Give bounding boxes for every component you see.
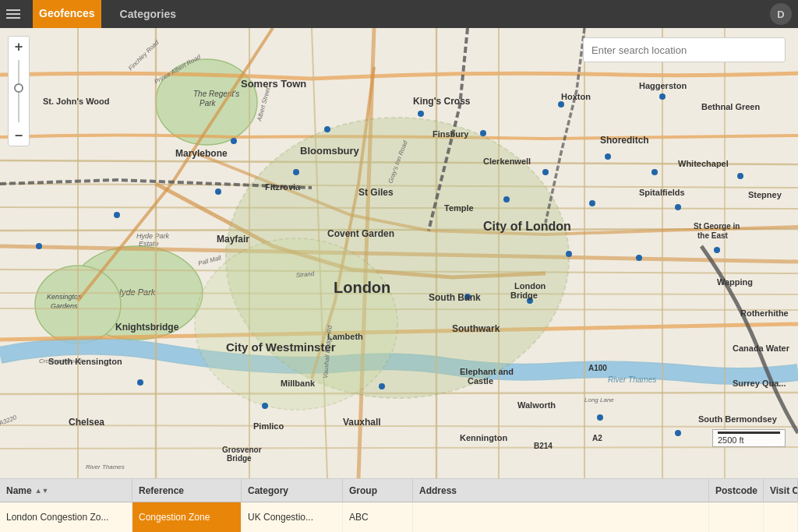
- svg-point-60: [379, 383, 385, 389]
- svg-text:Marylebone: Marylebone: [175, 148, 228, 159]
- zoom-in-button[interactable]: +: [8, 37, 30, 57]
- svg-text:St Giles: St Giles: [358, 187, 394, 198]
- svg-text:Kennington: Kennington: [460, 433, 507, 442]
- svg-text:St George in: St George in: [694, 222, 740, 231]
- bottom-table: Name ▲▼ Reference Category Group Address…: [0, 478, 798, 532]
- svg-text:Hyde Park: Hyde Park: [115, 287, 156, 297]
- svg-text:A100: A100: [588, 364, 607, 372]
- td-visit-co: [764, 502, 798, 533]
- td-name: London Congestion Zo...: [0, 502, 132, 533]
- zoom-controls: + −: [8, 36, 30, 146]
- td-category: UK Congestio...: [242, 502, 343, 533]
- td-group: ABC: [343, 502, 413, 533]
- svg-text:Surrey Qua...: Surrey Qua...: [733, 379, 786, 388]
- sort-icon-name: ▲▼: [35, 487, 49, 495]
- svg-point-49: [714, 247, 720, 253]
- svg-text:Bloomsbury: Bloomsbury: [300, 145, 360, 157]
- map-container[interactable]: The Regent's Park Hyde Park Kensington G…: [0, 28, 798, 478]
- svg-point-56: [114, 212, 120, 218]
- map-svg: The Regent's Park Hyde Park Kensington G…: [0, 28, 798, 478]
- svg-text:the East: the East: [697, 231, 729, 240]
- table-body: London Congestion Zo... Congestion Zone …: [0, 502, 798, 532]
- svg-text:Bridge: Bridge: [510, 291, 538, 300]
- tab-categories[interactable]: Categories: [114, 0, 182, 28]
- svg-text:Cromwell Road: Cromwell Road: [39, 358, 82, 365]
- col-header-postcode[interactable]: Postcode: [709, 479, 764, 502]
- svg-text:Chelsea: Chelsea: [69, 417, 104, 428]
- zoom-out-button[interactable]: −: [8, 125, 30, 146]
- svg-text:Spitalfields: Spitalfields: [639, 188, 685, 197]
- svg-point-42: [651, 169, 658, 175]
- svg-text:South Bank: South Bank: [429, 292, 481, 303]
- svg-point-39: [659, 93, 666, 100]
- svg-point-41: [542, 169, 549, 175]
- svg-text:Bethnal Green: Bethnal Green: [701, 102, 760, 111]
- tab-geofences[interactable]: Geofences: [33, 0, 101, 28]
- svg-text:Castle: Castle: [468, 376, 493, 386]
- svg-text:Kensington: Kensington: [47, 293, 82, 301]
- svg-text:Vauxhall: Vauxhall: [343, 417, 381, 428]
- svg-text:Wapping: Wapping: [717, 277, 753, 287]
- svg-text:Haggerston: Haggerston: [639, 81, 687, 90]
- svg-text:Southwark: Southwark: [452, 323, 500, 334]
- svg-text:Knightsbridge: Knightsbridge: [115, 322, 179, 333]
- svg-text:Walworth: Walworth: [517, 400, 556, 410]
- col-header-group[interactable]: Group: [343, 479, 413, 502]
- svg-point-52: [231, 138, 237, 144]
- svg-text:Hyde Park: Hyde Park: [136, 232, 170, 240]
- svg-text:Somers Town: Somers Town: [241, 78, 306, 90]
- svg-text:London: London: [334, 279, 390, 296]
- col-header-visit-co[interactable]: Visit Co...: [764, 479, 798, 502]
- svg-text:Stepney: Stepney: [748, 190, 782, 199]
- table-row[interactable]: London Congestion Zo... Congestion Zone …: [0, 502, 798, 532]
- svg-point-57: [36, 243, 42, 249]
- svg-text:River Thames: River Thames: [608, 375, 656, 384]
- table-header: Name ▲▼ Reference Category Group Address…: [0, 479, 798, 502]
- svg-point-40: [605, 153, 611, 160]
- user-avatar[interactable]: D: [770, 3, 792, 25]
- search-overlay: [583, 37, 786, 62]
- svg-text:Bridge: Bridge: [227, 454, 252, 463]
- td-address: [413, 502, 709, 533]
- svg-text:St. John's Wood: St. John's Wood: [43, 97, 110, 106]
- col-header-reference[interactable]: Reference: [132, 479, 242, 502]
- search-input[interactable]: [583, 37, 786, 62]
- svg-text:Grosvenor: Grosvenor: [222, 446, 262, 454]
- svg-point-36: [418, 111, 424, 117]
- td-reference: Congestion Zone: [132, 502, 242, 533]
- svg-point-43: [737, 173, 743, 179]
- svg-point-54: [293, 169, 299, 175]
- svg-point-48: [636, 255, 642, 261]
- svg-text:Finsbury: Finsbury: [433, 129, 469, 139]
- svg-text:River Thames: River Thames: [86, 463, 125, 470]
- svg-point-45: [589, 200, 595, 206]
- td-postcode: [709, 502, 764, 533]
- svg-text:London: London: [514, 281, 546, 291]
- svg-point-37: [480, 130, 486, 136]
- zoom-slider-track[interactable]: [18, 60, 19, 122]
- svg-text:Long Lane: Long Lane: [584, 396, 614, 403]
- svg-text:Whitechapel: Whitechapel: [678, 159, 729, 168]
- zoom-slider-thumb[interactable]: [14, 83, 23, 93]
- svg-text:Clerkenwell: Clerkenwell: [483, 157, 531, 166]
- svg-point-38: [558, 101, 564, 107]
- col-header-address[interactable]: Address: [413, 479, 709, 502]
- svg-point-53: [324, 126, 330, 132]
- svg-text:A2: A2: [592, 434, 602, 442]
- svg-text:Hoxton: Hoxton: [561, 92, 591, 101]
- svg-point-47: [566, 251, 572, 257]
- svg-point-44: [503, 196, 510, 203]
- svg-text:Elephant and: Elephant and: [460, 367, 514, 376]
- svg-text:Canada Water: Canada Water: [733, 344, 790, 353]
- svg-text:B214: B214: [534, 442, 553, 450]
- svg-text:City of London: City of London: [483, 220, 571, 233]
- col-header-category[interactable]: Category: [242, 479, 343, 502]
- svg-point-58: [137, 379, 143, 386]
- svg-text:Covent Garden: Covent Garden: [327, 228, 394, 239]
- col-header-name[interactable]: Name ▲▼: [0, 479, 132, 502]
- navbar: Geofences Categories D: [0, 0, 798, 28]
- svg-text:Fitzrovia: Fitzrovia: [265, 182, 301, 192]
- svg-text:South Bermondsey: South Bermondsey: [698, 414, 778, 424]
- hamburger-icon[interactable]: [6, 9, 20, 19]
- svg-point-61: [597, 414, 603, 421]
